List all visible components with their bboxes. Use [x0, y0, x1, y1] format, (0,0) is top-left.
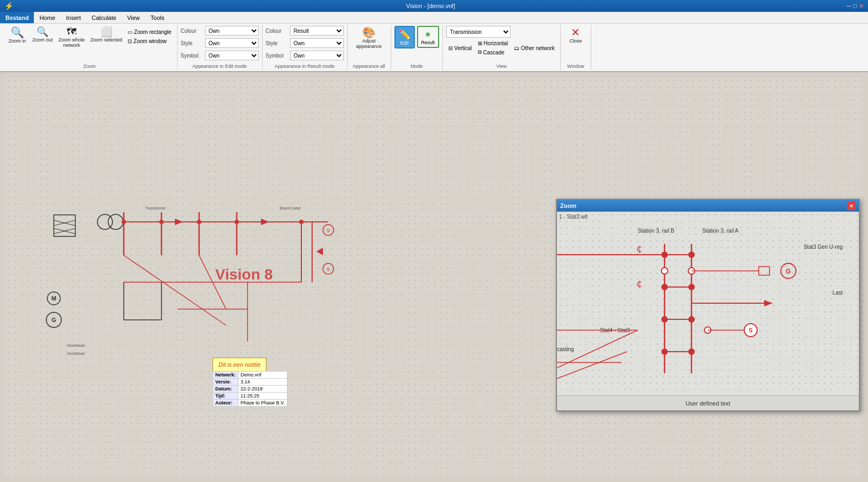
ribbon-group-appearance-all: 🎨 Adjust appearance Appearance all — [348, 25, 391, 70]
arrow-2 — [261, 219, 269, 225]
zoom-out-button[interactable]: 🔍 Zoom out — [30, 26, 55, 44]
minimize-btn[interactable]: ─ — [847, 3, 851, 9]
node-2 — [159, 220, 164, 224]
edit-mode-button[interactable]: ✏️ Edit — [394, 26, 415, 48]
zoom-whole-network-icon: 🗺 — [67, 27, 76, 37]
node-3 — [197, 220, 201, 224]
style-edit-select[interactable]: OwnDefault — [205, 38, 259, 48]
style-edit-row: Style OwnDefault — [181, 38, 259, 48]
app-icon: ⚡ — [4, 2, 13, 10]
node-1 — [122, 220, 126, 224]
svg-text:G: G — [52, 317, 57, 323]
table-row: Netwerk: Demo.vnf — [213, 372, 287, 379]
menu-home[interactable]: Home — [34, 12, 60, 23]
colour-edit-select[interactable]: OwnDefault — [205, 26, 259, 36]
cascade-icon: ⧉ — [478, 49, 482, 55]
vertical-button[interactable]: ⊟ Vertical — [446, 44, 474, 52]
mode-label: Mode — [391, 64, 443, 69]
zoom-titlebar: Zoom × — [557, 200, 859, 212]
svg-text:Hoofdrail: Hoofdrail — [67, 343, 84, 348]
zoom-footer: User defined text — [557, 395, 859, 410]
zoom-rectangle-icon: ▭ — [128, 29, 132, 35]
titlebar: ⚡ Vision - [demo.vnf] ─ □ ✕ — [0, 0, 868, 12]
info-table: Netwerk: Demo.vnf Versie: 3.14 Datum: 22… — [213, 371, 287, 407]
zoom-content[interactable]: 1 - Stat3.wit Station 3, rail B Station … — [557, 212, 859, 395]
menu-bestand[interactable]: Bestand — [0, 12, 34, 23]
style-result-row: Style OwnDefault — [266, 38, 344, 48]
node-5 — [299, 220, 304, 224]
svg-text:S: S — [327, 228, 330, 233]
svg-text:Hoofdrail: Hoofdrail — [67, 351, 84, 356]
zoom-window-button[interactable]: ⊡ Zoom window — [125, 37, 173, 45]
diag-1 — [124, 255, 226, 325]
window-title: Vision - [demo.vnf] — [17, 3, 845, 9]
ribbon: 🔍 Zoom in 🔍 Zoom out 🗺 Zoom whole networ… — [0, 24, 868, 72]
adjust-appearance-button[interactable]: 🎨 Adjust appearance — [351, 26, 387, 50]
symbol-result-row: Symbol OwnDefault — [266, 51, 344, 60]
colour-result-select[interactable]: ResultOwn — [290, 26, 344, 36]
transmission-select[interactable]: Transmission Distribution MV LV — [446, 26, 511, 38]
zoom-window-icon: ⊡ — [128, 38, 132, 44]
zoom-in-button[interactable]: 🔍 Zoom in — [5, 26, 29, 45]
svg-text:S: S — [749, 327, 752, 333]
close-btn[interactable]: ✕ — [859, 3, 864, 10]
menu-calculate[interactable]: Calculate — [86, 12, 122, 23]
menu-tools[interactable]: Tools — [145, 12, 170, 23]
menu-view[interactable]: View — [122, 12, 145, 23]
table-row: Auteur: Phase to Phase B.V. — [213, 400, 287, 407]
arrow-1 — [175, 219, 183, 225]
notitie-box: Dit is een notitie — [213, 358, 266, 372]
zoom-rectangle-button[interactable]: ▭ Zoom rectangle — [125, 28, 173, 36]
colour-result-row: Colour ResultOwn — [266, 26, 344, 36]
zoom-whole-network-button[interactable]: 🗺 Zoom whole network — [56, 26, 87, 49]
svg-text:Transformer: Transformer — [145, 206, 166, 210]
zopen-node-1 — [661, 268, 668, 274]
symbol-edit-row: Symbol OwnDefault — [181, 51, 259, 60]
ribbon-group-view: Transmission Distribution MV LV ⊟ Vertic… — [443, 25, 561, 70]
zoom-window: Zoom × 1 - Stat3.wit Station 3, rail B S… — [556, 199, 860, 411]
other-network-button[interactable]: 🗂 Other network — [512, 44, 557, 52]
cascade-button[interactable]: ⧉ Cascade — [476, 48, 510, 57]
maximize-btn[interactable]: □ — [853, 3, 857, 9]
horizontal-icon: ⊞ — [478, 40, 482, 46]
table-row: Datum: 22-2-2018 — [213, 386, 287, 393]
ribbon-group-appearance-result: Colour ResultOwn Style OwnDefault Symbol — [263, 25, 348, 70]
ribbon-group-appearance-edit: Colour OwnDefault Style OwnDefault Symbo… — [178, 25, 263, 70]
zoom-selected-icon: ⬜ — [101, 27, 112, 37]
ribbon-group-window: ✕ Close Window — [561, 25, 591, 70]
svg-text:G: G — [786, 268, 791, 275]
symbol-edit-select[interactable]: OwnDefault — [205, 51, 259, 60]
appearance-edit-label: Appearance in Edit mode — [178, 64, 262, 69]
table-row: Tijd: 11:25:25 — [213, 393, 287, 400]
main-content: G M S — [0, 72, 868, 482]
horizontal-button[interactable]: ⊞ Horizontal — [476, 39, 510, 47]
view-label: View — [443, 64, 560, 69]
ribbon-group-zoom: 🔍 Zoom in 🔍 Zoom out 🗺 Zoom whole networ… — [2, 25, 178, 70]
close-icon: ✕ — [571, 27, 580, 38]
z-rect-gen — [759, 267, 770, 275]
zoom-diagram-svg: G S ₵ ₵ — [557, 222, 848, 389]
node-4 — [235, 220, 239, 224]
zoom-group-label: Zoom — [2, 64, 177, 69]
vision8-text: Vision 8 — [215, 266, 273, 283]
result-mode-button[interactable]: ● Result — [417, 26, 440, 48]
svg-text:S: S — [327, 267, 330, 272]
zoom-close-button[interactable]: × — [847, 201, 856, 210]
svg-text:₵: ₵ — [637, 280, 642, 289]
appearance-result-label: Appearance in Result mode — [263, 64, 347, 69]
close-button[interactable]: ✕ Close — [564, 26, 588, 45]
zoom-title: Zoom — [560, 202, 576, 209]
zoom-in-icon: 🔍 — [11, 27, 24, 38]
zoom-selected-button[interactable]: ⬜ Zoom selected — [88, 26, 124, 44]
svg-text:Branch label: Branch label — [280, 206, 301, 210]
symbol-result-select[interactable]: OwnDefault — [290, 51, 344, 60]
adjust-appearance-icon: 🎨 — [362, 27, 376, 38]
zoom-out-icon: 🔍 — [37, 27, 48, 37]
table-row: Versie: 3.14 — [213, 379, 287, 386]
main-diagram[interactable]: G M S — [5, 78, 863, 477]
zdiag-2 — [557, 352, 627, 379]
appearance-all-label: Appearance all — [348, 64, 391, 69]
transformer-ac-2 — [108, 214, 123, 229]
menu-insert[interactable]: Insert — [61, 12, 87, 23]
style-result-select[interactable]: OwnDefault — [290, 38, 344, 48]
